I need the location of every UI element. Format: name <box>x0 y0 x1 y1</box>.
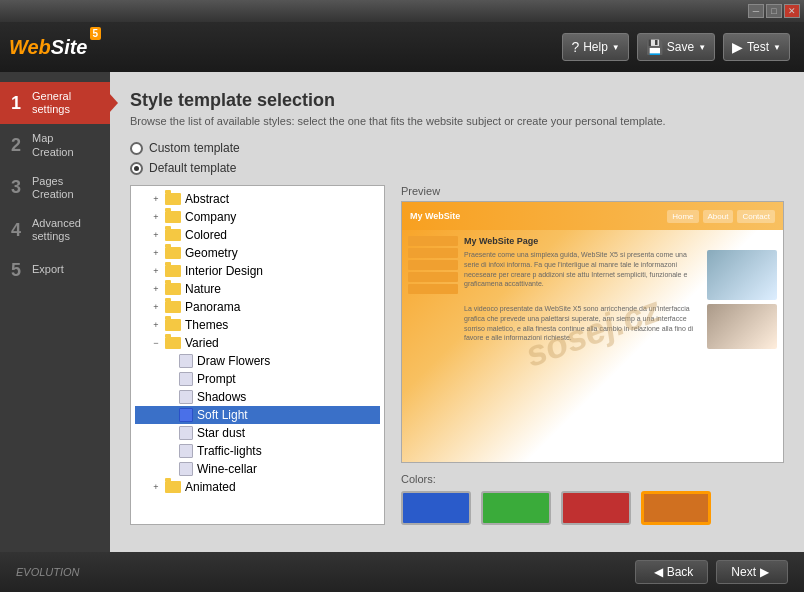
preview-label: Preview <box>401 185 784 197</box>
help-button[interactable]: ? Help ▼ <box>562 33 628 61</box>
back-button[interactable]: ◀ Back <box>635 560 709 584</box>
preview-sidebar-item <box>408 248 458 258</box>
expand-themes-icon[interactable] <box>149 318 163 332</box>
sidebar-item-pages[interactable]: 3 PagesCreation <box>0 167 110 209</box>
expand-nature-icon[interactable] <box>149 282 163 296</box>
expand-geometry-icon[interactable] <box>149 246 163 260</box>
preview-box: My WebSite Home About Contact <box>401 201 784 463</box>
preview-page-title: My WebSite Page <box>464 236 777 246</box>
tree-item-star-dust[interactable]: Star dust <box>135 424 380 442</box>
preview-panel: Preview My WebSite Home About Contact <box>401 185 784 525</box>
tree-label-star-dust: Star dust <box>197 426 245 440</box>
default-template-radio[interactable] <box>130 162 143 175</box>
tree-item-abstract[interactable]: Abstract <box>135 190 380 208</box>
tree-item-shadows[interactable]: Shadows <box>135 388 380 406</box>
sidebar-label-export: Export <box>32 263 64 276</box>
back-arrow-icon: ◀ <box>654 565 663 579</box>
folder-nature-icon <box>165 283 181 295</box>
sidebar-label-general: Generalsettings <box>32 90 71 116</box>
edition-label: EVOLUTION <box>16 566 80 578</box>
main-area: 1 Generalsettings 2 MapCreation 3 PagesC… <box>0 72 804 552</box>
expand-panorama-icon[interactable] <box>149 300 163 314</box>
preview-sidebar-col <box>408 236 458 456</box>
expand-interior-icon[interactable] <box>149 264 163 278</box>
sidebar-arrow <box>109 93 118 113</box>
tree-item-geometry[interactable]: Geometry <box>135 244 380 262</box>
color-swatch-red[interactable] <box>561 491 631 525</box>
file-draw-flowers-icon <box>179 354 193 368</box>
tree-label-wine-cellar: Wine-cellar <box>197 462 257 476</box>
sidebar-label-pages: PagesCreation <box>32 175 74 201</box>
folder-colored-icon <box>165 229 181 241</box>
test-label: Test <box>747 40 769 54</box>
test-arrow-icon: ▼ <box>773 43 781 52</box>
tree-label-draw-flowers: Draw Flowers <box>197 354 270 368</box>
step-num-4: 4 <box>6 220 26 241</box>
step-num-3: 3 <box>6 177 26 198</box>
tree-item-nature[interactable]: Nature <box>135 280 380 298</box>
back-label: Back <box>667 565 694 579</box>
file-star-dust-icon <box>179 426 193 440</box>
logo-bar: WebSite 5 ? Help ▼ 💾 Save ▼ ▶ Test ▼ <box>0 22 804 72</box>
folder-geometry-icon <box>165 247 181 259</box>
file-prompt-icon <box>179 372 193 386</box>
folder-panorama-icon <box>165 301 181 313</box>
step-num-1: 1 <box>6 93 26 114</box>
test-button[interactable]: ▶ Test ▼ <box>723 33 790 61</box>
save-button[interactable]: 💾 Save ▼ <box>637 33 715 61</box>
expand-abstract-icon[interactable] <box>149 192 163 206</box>
preview-sidebar-item <box>408 272 458 282</box>
color-swatch-orange[interactable] <box>641 491 711 525</box>
tree-panel[interactable]: Abstract Company Colored <box>130 185 385 525</box>
color-swatch-blue[interactable] <box>401 491 471 525</box>
sidebar-item-export[interactable]: 5 Export <box>0 252 110 289</box>
file-shadows-icon <box>179 390 193 404</box>
step-num-2: 2 <box>6 135 26 156</box>
preview-sidebar-item <box>408 284 458 294</box>
tree-item-colored[interactable]: Colored <box>135 226 380 244</box>
tree-item-company[interactable]: Company <box>135 208 380 226</box>
tree-item-traffic-lights[interactable]: Traffic-lights <box>135 442 380 460</box>
sidebar-item-advanced[interactable]: 4 Advancedsettings <box>0 209 110 251</box>
expand-animated-icon[interactable] <box>149 480 163 494</box>
tree-item-animated[interactable]: Animated <box>135 478 380 496</box>
folder-animated-icon <box>165 481 181 493</box>
preview-nav-contact: Contact <box>737 210 775 223</box>
color-swatch-green[interactable] <box>481 491 551 525</box>
navigation-buttons: ◀ Back Next ▶ <box>635 560 788 584</box>
close-button[interactable]: ✕ <box>784 4 800 18</box>
expand-company-icon[interactable] <box>149 210 163 224</box>
preview-nav-about: About <box>703 210 734 223</box>
tree-item-panorama[interactable]: Panorama <box>135 298 380 316</box>
next-label: Next <box>731 565 756 579</box>
preview-img-bottom <box>707 304 777 349</box>
sidebar-label-advanced: Advancedsettings <box>32 217 81 243</box>
preview-sidebar-item <box>408 260 458 270</box>
title-bar: ─ □ ✕ <box>0 0 804 22</box>
file-soft-light-icon <box>179 408 193 422</box>
sidebar-item-map[interactable]: 2 MapCreation <box>0 124 110 166</box>
default-template-label: Default template <box>149 161 236 175</box>
expand-varied-icon[interactable] <box>149 336 163 350</box>
maximize-button[interactable]: □ <box>766 4 782 18</box>
tree-label-prompt: Prompt <box>197 372 236 386</box>
minimize-button[interactable]: ─ <box>748 4 764 18</box>
page-subtitle: Browse the list of available styles: sel… <box>130 115 784 127</box>
expand-colored-icon[interactable] <box>149 228 163 242</box>
next-button[interactable]: Next ▶ <box>716 560 788 584</box>
custom-template-radio[interactable] <box>130 142 143 155</box>
tree-item-interior-design[interactable]: Interior Design <box>135 262 380 280</box>
custom-template-row[interactable]: Custom template <box>130 141 784 155</box>
tree-item-prompt[interactable]: Prompt <box>135 370 380 388</box>
tree-item-themes[interactable]: Themes <box>135 316 380 334</box>
tree-item-soft-light[interactable]: Soft Light <box>135 406 380 424</box>
tree-item-wine-cellar[interactable]: Wine-cellar <box>135 460 380 478</box>
sidebar-item-general[interactable]: 1 Generalsettings <box>0 82 110 124</box>
tree-item-draw-flowers[interactable]: Draw Flowers <box>135 352 380 370</box>
bottom-bar: EVOLUTION ◀ Back Next ▶ <box>0 552 804 592</box>
tree-label-soft-light: Soft Light <box>197 408 248 422</box>
expand-shadows-icon <box>163 390 177 404</box>
default-template-row[interactable]: Default template <box>130 161 784 175</box>
tree-item-varied[interactable]: Varied <box>135 334 380 352</box>
help-arrow-icon: ▼ <box>612 43 620 52</box>
